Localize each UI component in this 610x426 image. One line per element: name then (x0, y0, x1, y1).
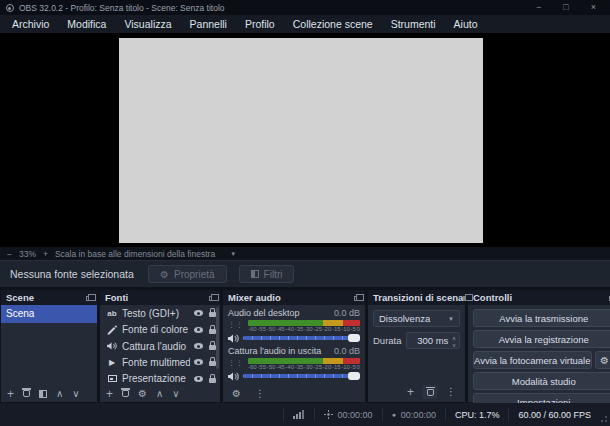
meter-tick-label: -50 (267, 326, 276, 333)
cpu-usage: CPU: 1.7% (445, 408, 509, 421)
spin-down-icon[interactable]: ∨ (452, 342, 456, 349)
start-virtual-camera-button[interactable]: Avvia la fotocamera virtuale (473, 351, 592, 369)
drag-handle-icon[interactable]: ⋮⋮ (228, 321, 244, 328)
volume-slider-handle[interactable] (348, 334, 360, 342)
slideshow-icon (108, 375, 117, 382)
move-source-down-button[interactable]: ∨ (172, 389, 179, 399)
play-icon: ▶ (109, 358, 115, 367)
lock-icon[interactable] (209, 361, 216, 366)
obs-logo-icon (6, 4, 14, 12)
menu-bar: Archivio Modifica Visualizza Pannelli Pr… (0, 15, 610, 33)
drag-handle-icon[interactable]: ⋮⋮ (228, 359, 244, 366)
menu-strumenti[interactable]: Strumenti (382, 15, 445, 33)
mixer-menu-button[interactable]: ⋮ (255, 389, 265, 399)
menu-profilo[interactable]: Profilo (236, 15, 284, 33)
meter-tick-label: -10 (341, 326, 350, 333)
zoom-level: 33% (19, 249, 36, 259)
visibility-eye-icon[interactable] (194, 376, 203, 382)
meter-tick-label: -50 (267, 364, 276, 371)
transitions-panel: Transizioni di scena Dissolvenza ▼ Durat… (368, 290, 465, 402)
lock-icon[interactable] (209, 312, 216, 317)
spinner-arrows[interactable]: ∧ ∨ (452, 335, 456, 348)
lock-icon[interactable] (209, 345, 216, 350)
scenes-panel-header[interactable]: Scene (1, 290, 97, 305)
speaker-icon (107, 342, 117, 350)
scale-mode-label[interactable]: Scala in base alle dimensioni della fine… (55, 249, 215, 259)
menu-visualizza[interactable]: Visualizza (115, 15, 180, 33)
meter-tick-label: -55 (257, 326, 266, 333)
virtual-camera-config-button[interactable]: ⚙ (595, 351, 610, 369)
sources-panel-header[interactable]: Fonti (100, 290, 220, 305)
maximize-button[interactable]: □ (563, 0, 568, 15)
meter-tick-label: -15 (332, 364, 341, 371)
menu-collezione-scene[interactable]: Collezione scene (284, 15, 382, 33)
remove-source-button[interactable] (122, 390, 129, 397)
scene-filters-button[interactable] (39, 390, 47, 398)
studio-mode-button[interactable]: Modalità studio (473, 372, 610, 390)
bandwidth-indicator (283, 408, 314, 421)
source-properties-button[interactable]: ⚙ (138, 389, 147, 399)
volume-slider[interactable] (243, 336, 360, 340)
source-label: Fonte di colore (122, 324, 190, 335)
move-scene-down-button[interactable]: ∨ (72, 389, 79, 399)
start-streaming-button[interactable]: Avvia la trasmissione (473, 309, 610, 327)
properties-button[interactable]: ⚙ Proprietà (148, 265, 227, 283)
popout-icon[interactable] (86, 296, 92, 301)
move-source-up-button[interactable]: ∧ (156, 389, 163, 399)
visibility-eye-icon[interactable] (194, 327, 203, 333)
source-row-media[interactable]: ▶ Fonte multimediale (100, 354, 220, 370)
minimize-button[interactable]: − (536, 0, 541, 15)
zoom-in-button[interactable]: + (43, 249, 48, 259)
meter-tick-label: -15 (332, 326, 341, 333)
add-transition-button[interactable]: + (407, 386, 414, 398)
scale-mode-dropdown-icon[interactable]: ▼ (230, 251, 236, 257)
source-row-color[interactable]: Fonte di colore (100, 321, 220, 337)
mute-speaker-button[interactable] (228, 334, 239, 343)
text-source-icon: ab (107, 309, 116, 318)
visibility-eye-icon[interactable] (194, 359, 203, 365)
popout-icon[interactable] (354, 296, 360, 301)
source-row-text[interactable]: ab Testo (GDI+) (100, 305, 220, 321)
transitions-panel-title: Transizioni di scena (373, 292, 463, 303)
source-row-slideshow[interactable]: Presentazione (100, 371, 220, 387)
duration-label: Durata (373, 335, 402, 346)
add-source-button[interactable]: + (106, 388, 113, 400)
transition-menu-button[interactable]: ⋮ (446, 387, 456, 397)
lock-icon[interactable] (209, 329, 216, 334)
mixer-panel-header[interactable]: Mixer audio (223, 290, 365, 305)
resize-grip[interactable] (600, 415, 607, 422)
filters-button[interactable]: Filtri (239, 265, 295, 283)
gear-icon: ⚙ (600, 355, 609, 366)
stream-icon (324, 410, 333, 419)
scene-list-item[interactable]: Scena (1, 305, 97, 323)
zoom-out-button[interactable]: − (7, 249, 12, 259)
menu-pannelli[interactable]: Pannelli (181, 15, 236, 33)
remove-transition-button[interactable] (422, 385, 438, 399)
volume-slider[interactable] (243, 374, 360, 378)
advanced-audio-button[interactable]: ⚙ (232, 389, 241, 399)
add-scene-button[interactable]: + (7, 388, 14, 400)
duration-spinner[interactable]: 300 ms ∧ ∨ (406, 332, 460, 349)
preview-canvas[interactable] (119, 38, 483, 243)
menu-modifica[interactable]: Modifica (58, 15, 115, 33)
volume-slider-handle[interactable] (348, 372, 360, 380)
meter-tick-label: -40 (285, 326, 294, 333)
mute-speaker-button[interactable] (228, 372, 239, 381)
move-scene-up-button[interactable]: ∧ (56, 389, 63, 399)
menu-archivio[interactable]: Archivio (3, 15, 58, 33)
visibility-eye-icon[interactable] (194, 343, 203, 349)
source-row-audio-capture[interactable]: Cattura l'audio (100, 338, 220, 354)
remove-scene-button[interactable] (23, 390, 30, 397)
controls-panel-header[interactable]: Controlli (468, 290, 610, 305)
popout-icon[interactable] (463, 296, 465, 301)
popout-icon[interactable] (209, 296, 215, 301)
lock-icon[interactable] (209, 378, 216, 383)
menu-aiuto[interactable]: Aiuto (445, 15, 487, 33)
visibility-eye-icon[interactable] (194, 310, 203, 316)
start-recording-button[interactable]: Avvia la registrazione (473, 330, 610, 348)
close-button[interactable]: × (591, 0, 596, 15)
meter-tick-label: -20 (323, 364, 332, 371)
transitions-panel-header[interactable]: Transizioni di scena (368, 290, 465, 305)
transition-select[interactable]: Dissolvenza ▼ (373, 310, 460, 327)
sources-scrollbar[interactable] (216, 307, 219, 369)
